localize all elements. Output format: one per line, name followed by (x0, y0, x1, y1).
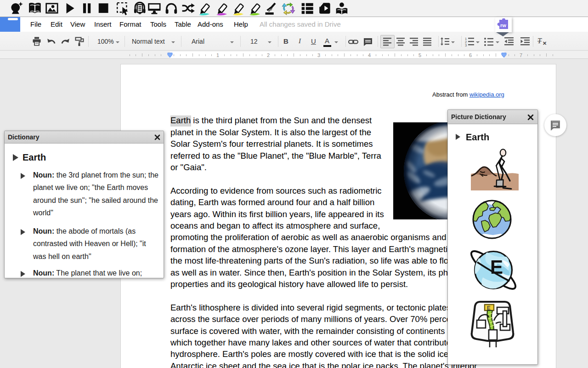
svg-text:rw: rw (500, 23, 506, 28)
svg-text:E: E (490, 256, 503, 278)
svg-text:3: 3 (465, 43, 467, 47)
